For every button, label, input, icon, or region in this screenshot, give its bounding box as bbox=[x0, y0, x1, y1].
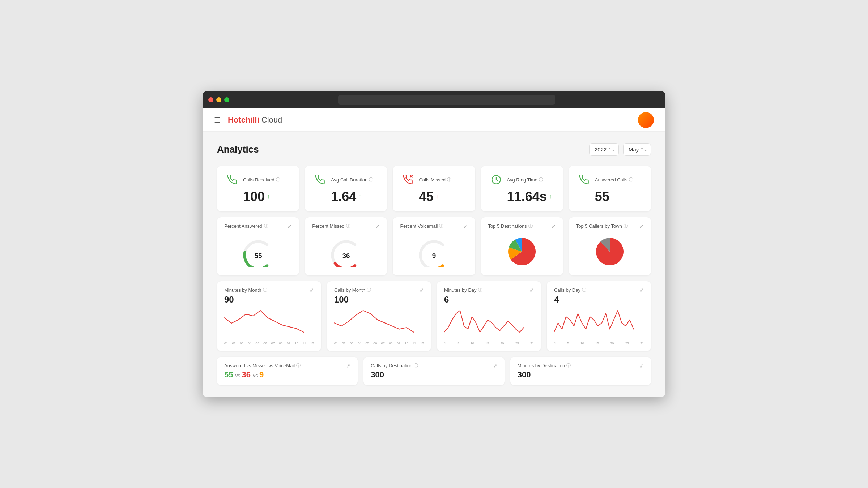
expand-icon-top5-callers[interactable]: ⤢ bbox=[639, 223, 644, 229]
chart-x-label: 31 bbox=[640, 342, 644, 345]
stat-value-answered-calls: 55 ↑ bbox=[595, 189, 642, 204]
chart-x-label: 01 bbox=[224, 342, 228, 345]
info-icon-minutes-by-day[interactable]: ⓘ bbox=[478, 287, 482, 293]
bottom-title-answered-vs-missed: Answered vs Missed vs VoiceMail ⓘ bbox=[224, 363, 301, 369]
year-select-wrapper: 2022 ⌃⌄ bbox=[589, 143, 619, 156]
nav-left: ☰ Hotchilli Cloud bbox=[214, 115, 282, 125]
vs-text-2: vs bbox=[253, 373, 259, 378]
stat-card-calls-received: Calls Received ⓘ 100 ↑ bbox=[217, 166, 299, 211]
info-icon-calls-received[interactable]: ⓘ bbox=[276, 177, 280, 183]
bottom-val-minutes-by-destination: 300 bbox=[518, 370, 531, 379]
chart-x-label: 12 bbox=[420, 342, 424, 345]
charts-row: Minutes by Month ⓘ ⤢ 90 0102030405060708… bbox=[217, 281, 651, 351]
stats-row: Calls Received ⓘ 100 ↑ Avg Call Duration… bbox=[217, 166, 651, 211]
chart-labels-minutes-by-month: 010203040506070809101112 bbox=[224, 342, 314, 345]
expand-icon-minutes-by-day[interactable]: ⤢ bbox=[529, 287, 534, 293]
page-header: Analytics 2022 ⌃⌄ May ⌃⌄ bbox=[217, 143, 651, 156]
chart-x-label: 5 bbox=[457, 342, 459, 345]
chart-x-label: 15 bbox=[595, 342, 599, 345]
info-icon-percent-missed[interactable]: ⓘ bbox=[346, 223, 350, 229]
chart-x-label: 10 bbox=[405, 342, 408, 345]
info-icon-bottom-calls-by-destination[interactable]: ⓘ bbox=[414, 363, 418, 369]
widget-content-percent-missed: 36 bbox=[312, 234, 380, 270]
widget-header-percent-answered: Percent Answered ⓘ ⤢ bbox=[224, 223, 292, 229]
chart-header-minutes-by-day: Minutes by Day ⓘ ⤢ bbox=[444, 287, 534, 293]
trend-icon-calls-received: ↑ bbox=[267, 193, 270, 200]
main-content: Analytics 2022 ⌃⌄ May ⌃⌄ bbox=[203, 132, 665, 397]
logo-cloud: Cloud bbox=[261, 115, 282, 125]
widget-title-top5-destinations: Top 5 Destinations ⓘ bbox=[488, 223, 533, 229]
info-icon-percent-answered[interactable]: ⓘ bbox=[264, 223, 268, 229]
bottom-card-calls-by-destination: Calls by Destination ⓘ ⤢ 300 bbox=[363, 357, 504, 385]
vs-text-1: vs bbox=[235, 373, 242, 378]
info-icon-bottom-answered-vs-missed[interactable]: ⓘ bbox=[296, 363, 301, 369]
chart-value-minutes-by-day: 6 bbox=[444, 295, 534, 305]
info-icon-percent-voicemail[interactable]: ⓘ bbox=[439, 223, 443, 229]
hamburger-icon[interactable]: ☰ bbox=[214, 116, 221, 124]
stat-icon-avg-ring-time bbox=[490, 173, 503, 186]
chart-area-calls-by-day bbox=[554, 308, 644, 340]
chart-x-label: 12 bbox=[310, 342, 314, 345]
info-icon-avg-ring-time[interactable]: ⓘ bbox=[539, 177, 543, 183]
stat-icon-avg-call-duration bbox=[314, 173, 327, 186]
expand-icon-top5-destinations[interactable]: ⤢ bbox=[552, 223, 556, 229]
widget-card-percent-answered: Percent Answered ⓘ ⤢ 55 bbox=[217, 217, 299, 275]
info-icon-avg-call-duration[interactable]: ⓘ bbox=[369, 177, 373, 183]
expand-icon-bottom-minutes-by-destination[interactable]: ⤢ bbox=[639, 363, 644, 369]
logo-hotchilli: Hotchilli bbox=[228, 115, 259, 125]
chart-x-label: 01 bbox=[334, 342, 338, 345]
stat-header-calls-missed: Calls Missed ⓘ bbox=[401, 173, 466, 186]
stat-label-avg-ring-time: Avg Ring Time ⓘ bbox=[507, 177, 543, 183]
chart-x-label: 25 bbox=[515, 342, 519, 345]
year-select[interactable]: 2022 bbox=[589, 143, 619, 156]
info-icon-bottom-minutes-by-destination[interactable]: ⓘ bbox=[566, 363, 571, 369]
url-bar[interactable] bbox=[338, 95, 555, 105]
stat-card-avg-call-duration: Avg Call Duration ⓘ 1.64 ↑ bbox=[305, 166, 387, 211]
expand-icon-percent-missed[interactable]: ⤢ bbox=[375, 223, 380, 229]
chart-x-label: 06 bbox=[373, 342, 377, 345]
month-select[interactable]: May bbox=[623, 143, 651, 156]
expand-icon-calls-by-day[interactable]: ⤢ bbox=[639, 287, 644, 293]
logo: Hotchilli Cloud bbox=[228, 115, 282, 125]
info-icon-top5-callers[interactable]: ⓘ bbox=[624, 223, 628, 229]
info-icon-minutes-by-month[interactable]: ⓘ bbox=[263, 287, 267, 293]
widget-content-top5-callers bbox=[576, 234, 644, 270]
widget-title-top5-callers: Top 5 Callers by Town ⓘ bbox=[576, 223, 628, 229]
stat-label-calls-missed: Calls Missed ⓘ bbox=[419, 177, 451, 183]
expand-icon-bottom-answered-vs-missed[interactable]: ⤢ bbox=[346, 363, 350, 369]
chart-title-calls-by-month: Calls by Month ⓘ bbox=[334, 287, 371, 293]
expand-icon-percent-voicemail[interactable]: ⤢ bbox=[464, 223, 468, 229]
chart-value-minutes-by-month: 90 bbox=[224, 295, 314, 305]
stat-label-answered-calls: Answered Calls ⓘ bbox=[595, 177, 633, 183]
expand-icon-bottom-calls-by-destination[interactable]: ⤢ bbox=[493, 363, 497, 369]
avatar[interactable] bbox=[638, 112, 654, 128]
page-title: Analytics bbox=[217, 144, 259, 155]
close-button[interactable] bbox=[208, 97, 213, 102]
info-icon-top5-destinations[interactable]: ⓘ bbox=[528, 223, 533, 229]
chart-x-label: 08 bbox=[279, 342, 282, 345]
info-icon-calls-missed[interactable]: ⓘ bbox=[447, 177, 451, 183]
stat-value-calls-received: 100 ↑ bbox=[243, 189, 290, 204]
minimize-button[interactable] bbox=[216, 97, 221, 102]
chart-x-label: 05 bbox=[366, 342, 369, 345]
widget-header-top5-destinations: Top 5 Destinations ⓘ ⤢ bbox=[488, 223, 556, 229]
chart-x-label: 04 bbox=[248, 342, 251, 345]
info-icon-answered-calls[interactable]: ⓘ bbox=[629, 177, 633, 183]
browser-window: ☰ Hotchilli Cloud Analytics 2022 ⌃⌄ bbox=[203, 91, 665, 397]
expand-icon-percent-answered[interactable]: ⤢ bbox=[288, 223, 292, 229]
widget-row: Percent Answered ⓘ ⤢ 55 Percent Missed ⓘ… bbox=[217, 217, 651, 275]
stat-header-calls-received: Calls Received ⓘ bbox=[226, 173, 290, 186]
missed-val: 36 bbox=[242, 370, 251, 379]
chart-x-label: 07 bbox=[271, 342, 275, 345]
chart-x-label: 02 bbox=[342, 342, 346, 345]
bottom-value-calls-by-destination: 300 bbox=[371, 370, 497, 380]
info-icon-calls-by-day[interactable]: ⓘ bbox=[582, 287, 586, 293]
info-icon-calls-by-month[interactable]: ⓘ bbox=[367, 287, 371, 293]
stat-label-calls-received: Calls Received ⓘ bbox=[243, 177, 280, 183]
expand-icon-calls-by-month[interactable]: ⤢ bbox=[420, 287, 424, 293]
maximize-button[interactable] bbox=[224, 97, 229, 102]
chart-x-label: 31 bbox=[530, 342, 534, 345]
expand-icon-minutes-by-month[interactable]: ⤢ bbox=[310, 287, 314, 293]
chart-x-label: 25 bbox=[625, 342, 629, 345]
chart-x-label: 20 bbox=[610, 342, 614, 345]
